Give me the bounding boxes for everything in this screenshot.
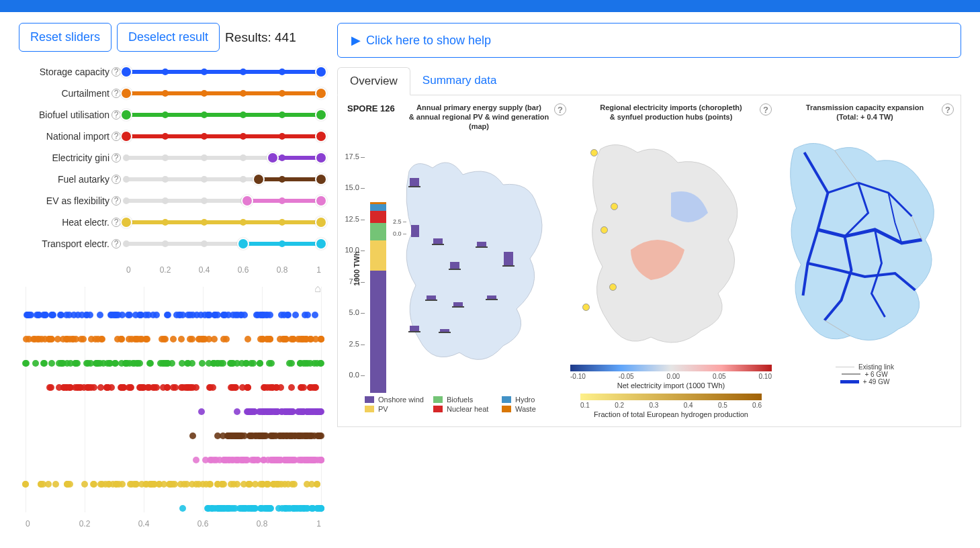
stack-segment-nuclear-heat (370, 211, 386, 224)
help-icon[interactable]: ? (112, 218, 121, 227)
slider-5[interactable] (126, 174, 321, 185)
stack-segment-hydro (370, 204, 386, 210)
slider-label: National import? (19, 131, 126, 142)
results-count: Results: 441 (225, 30, 296, 45)
slider-handle-low[interactable] (267, 152, 279, 164)
slider-label: Transport electr.? (19, 238, 126, 249)
slider-handle-low[interactable] (120, 130, 132, 142)
slider-handle-high[interactable] (315, 238, 327, 250)
slider-handle-high[interactable] (315, 173, 327, 185)
help-icon[interactable]: ? (112, 89, 121, 98)
deselect-result-button[interactable]: Deselect result (117, 23, 220, 52)
map-transmission[interactable] (776, 129, 954, 361)
slider-label: Biofuel utilisation? (19, 109, 126, 120)
slider-3[interactable] (126, 131, 321, 142)
slider-handle-high[interactable] (315, 87, 327, 99)
help-icon[interactable]: ? (112, 239, 121, 248)
gradient-import (570, 365, 772, 371)
slider-handle-high[interactable] (315, 109, 327, 121)
right-panel: ▶ Click here to show help Overview Summa… (337, 23, 961, 529)
help-icon[interactable]: ? (112, 132, 121, 141)
map-imports[interactable] (570, 129, 772, 361)
reset-sliders-button[interactable]: Reset sliders (19, 23, 112, 52)
slider-handle-low[interactable] (120, 109, 132, 121)
slider-label: EV as flexibility? (19, 195, 126, 206)
slider-label: Fuel autarky? (19, 174, 126, 185)
chart-title-imports: Regional electricity imports (choropleth… (570, 103, 772, 125)
top-bar (0, 0, 980, 12)
chart-title-transmission: Transmission capacity expansion (Total: … (776, 103, 954, 125)
legend-transmission: Existing link+ 6 GW+ 49 GW (776, 363, 954, 385)
tab-summary-data[interactable]: Summary data (410, 67, 509, 95)
slider-handle-high[interactable] (315, 152, 327, 164)
slider-2[interactable] (126, 109, 321, 120)
slider-handle-low[interactable] (237, 238, 249, 250)
reset-zoom-icon[interactable]: ⌂ (314, 283, 321, 295)
slider-handle-high[interactable] (315, 216, 327, 228)
help-icon[interactable]: ? (942, 103, 954, 116)
stack-segment-biofuels (370, 223, 386, 240)
gradient-hydrogen (580, 394, 762, 400)
legend-item: Onshore wind (365, 396, 429, 404)
help-icon[interactable]: ? (554, 103, 566, 116)
transmission-network-icon (776, 129, 954, 361)
help-icon[interactable]: ? (760, 103, 772, 116)
gradient-import-label: Net electricity import (1000 TWh) (570, 381, 772, 390)
slider-0[interactable] (126, 66, 321, 77)
left-panel: Reset sliders Deselect result Results: 4… (19, 23, 321, 529)
slider-handle-high[interactable] (315, 195, 327, 207)
legend-item: Hydro (502, 396, 566, 404)
slider-1[interactable] (126, 88, 321, 99)
slider-handle-low[interactable] (120, 66, 132, 78)
stack-segment-pv (370, 240, 386, 271)
help-icon[interactable]: ? (112, 153, 121, 163)
slider-group: Storage capacity? Curtailment? Biofuel u… (19, 61, 321, 255)
legend-item: + 6 GW (776, 371, 954, 378)
help-toggle[interactable]: ▶ Click here to show help (337, 23, 961, 58)
legend-item: Biofuels (433, 396, 498, 404)
slider-label: Storage capacity? (19, 66, 126, 77)
help-icon[interactable]: ? (112, 196, 121, 205)
play-icon: ▶ (351, 33, 361, 48)
legend-item: PV (365, 405, 429, 413)
slider-handle-low[interactable] (120, 87, 132, 99)
slider-handle-high[interactable] (315, 66, 327, 78)
slider-label: Heat electr.? (19, 217, 126, 228)
legend-supply: Onshore windBiofuelsHydroPVNuclear heatW… (345, 396, 566, 413)
help-icon[interactable]: ? (112, 67, 121, 77)
slider-6[interactable] (126, 195, 321, 206)
gradient-hydrogen-label: Fraction of total European hydrogen prod… (570, 410, 772, 418)
slider-4[interactable] (126, 152, 321, 163)
stack-segment-onshore-wind (370, 271, 386, 393)
slider-label: Electricity gini? (19, 152, 126, 163)
help-icon[interactable]: ? (112, 110, 121, 120)
europe-map-icon (570, 129, 772, 361)
slider-handle-high[interactable] (315, 130, 327, 142)
chart-title-supply: Annual primary energy supply (bar) & ann… (392, 103, 566, 134)
map-pv-wind[interactable]: 2.5 – 0.0 – (386, 144, 566, 393)
help-icon[interactable]: ? (112, 175, 121, 184)
slider-handle-low[interactable] (241, 195, 253, 207)
tabs: Overview Summary data (337, 67, 961, 95)
legend-item: Waste (502, 405, 566, 413)
legend-item: + 49 GW (776, 378, 954, 385)
primary-energy-stacked-bar (370, 202, 386, 394)
scatter-plot[interactable]: ⌂ 00.20.40.60.81 (26, 287, 321, 529)
legend-item: Existing link (776, 363, 954, 371)
slider-label: Curtailment? (19, 88, 126, 99)
overview-panel: SPORE 126 Annual primary energy supply (… (337, 95, 961, 427)
slider-handle-low[interactable] (120, 216, 132, 228)
legend-item: Nuclear heat (433, 405, 498, 413)
slider-handle-low[interactable] (253, 173, 265, 185)
slider-7[interactable] (126, 217, 321, 228)
slider-8[interactable] (126, 238, 321, 249)
spore-title: SPORE 126 (347, 103, 395, 113)
tab-overview[interactable]: Overview (337, 67, 410, 95)
